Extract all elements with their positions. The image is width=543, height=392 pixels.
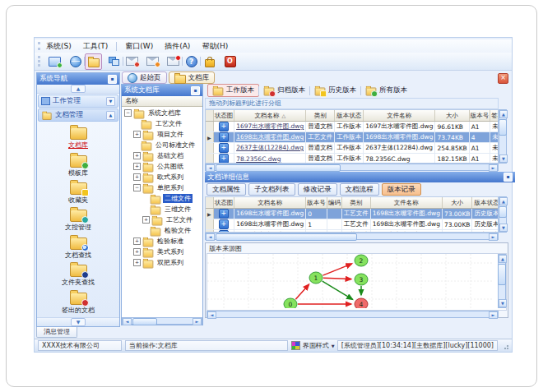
scroll-left-icon[interactable]: ◄ bbox=[206, 164, 215, 172]
column-header-4[interactable]: 类别 bbox=[341, 197, 370, 209]
chevron-up-icon[interactable]: ▲ bbox=[71, 85, 86, 93]
expander-icon[interactable]: + bbox=[133, 152, 141, 159]
table-row-1[interactable]: 1698出水嘴零件图.dwg1工艺文件1698出水嘴零件图.dwg73.00KB… bbox=[206, 219, 499, 230]
windows-button[interactable] bbox=[105, 53, 123, 70]
scroll-down-icon[interactable]: ▼ bbox=[499, 224, 508, 232]
globe-button[interactable] bbox=[67, 53, 84, 70]
scroll-up-icon[interactable]: ▲ bbox=[499, 255, 507, 263]
scroll-left-icon[interactable]: ◄ bbox=[207, 311, 216, 319]
mail-red-button[interactable] bbox=[123, 53, 141, 70]
expander-icon[interactable]: + bbox=[133, 238, 141, 245]
sidebar-item-4[interactable]: 文档查找 bbox=[65, 234, 91, 260]
tree-node-4[interactable]: +基础文档 bbox=[122, 150, 202, 161]
pin-icon[interactable]: ▪ bbox=[504, 173, 513, 182]
column-header-6[interactable]: 版本号 bbox=[469, 110, 490, 122]
menu-item-0[interactable]: 系统(S) bbox=[46, 41, 72, 52]
message-panel-tab[interactable]: 消息管理 bbox=[36, 327, 77, 338]
mail-alert-button[interactable] bbox=[165, 53, 182, 70]
expander-icon[interactable]: + bbox=[133, 259, 141, 266]
expander-icon[interactable]: + bbox=[142, 216, 150, 224]
version-button-1[interactable]: 归档版本 bbox=[258, 84, 310, 97]
graph-v-scrollbar[interactable]: ▲ ▼ bbox=[498, 254, 506, 308]
tree-node-6[interactable]: +欧式系列 bbox=[122, 172, 202, 182]
column-header-1[interactable]: 文档名称 bbox=[234, 197, 306, 209]
version-button-3[interactable]: 所有版本 bbox=[360, 84, 412, 97]
document-link[interactable]: 1698出水嘴零件图.dwg bbox=[236, 133, 304, 141]
tree-node-5[interactable]: +公共图纸 bbox=[122, 161, 202, 172]
expander-icon[interactable]: + bbox=[133, 173, 141, 181]
graph-h-scrollbar[interactable]: ◄ ► bbox=[207, 311, 499, 318]
scroll-down-icon[interactable]: ▼ bbox=[499, 299, 507, 307]
scroll-thumb[interactable] bbox=[216, 164, 341, 172]
sidebar-item-2[interactable]: 收藏夹 bbox=[68, 179, 88, 205]
column-header-5[interactable]: 文件名称 bbox=[370, 197, 442, 209]
column-header-3[interactable]: 编码 bbox=[327, 197, 341, 209]
table-row-2[interactable]: 2637主体(12284).dwg普通文档工作版本2637主体(12284).d… bbox=[206, 143, 499, 154]
document-link[interactable]: 2637主体(12284).dwg bbox=[236, 144, 304, 151]
expander-icon[interactable]: + bbox=[133, 163, 141, 170]
tree-node-12[interactable]: +检验标准 bbox=[122, 236, 202, 247]
sidebar-item-1[interactable]: 模板库 bbox=[68, 152, 88, 178]
scroll-right-icon[interactable]: ► bbox=[489, 311, 498, 319]
detail-tab-2[interactable]: 修改记录 bbox=[298, 183, 337, 196]
scroll-right-icon[interactable]: ► bbox=[489, 233, 498, 241]
menu-item-1[interactable]: 工具(T) bbox=[83, 41, 109, 52]
scroll-down-icon[interactable]: ▼ bbox=[499, 154, 508, 163]
display-button[interactable] bbox=[46, 53, 63, 70]
detail-tab-4[interactable]: 版本记录 bbox=[382, 183, 421, 196]
column-header-6[interactable]: 大小 bbox=[442, 197, 472, 209]
expander-icon[interactable]: − bbox=[133, 184, 141, 191]
scroll-right-icon[interactable]: ► bbox=[489, 164, 498, 172]
column-header-0[interactable]: 状态图 bbox=[213, 110, 234, 122]
detail-tab-0[interactable]: 文档属性 bbox=[207, 183, 246, 196]
interface-style-label[interactable]: 界面样式 bbox=[303, 341, 329, 350]
tree-node-14[interactable]: +双把系列 bbox=[122, 257, 202, 268]
scroll-left-icon[interactable]: ◄ bbox=[206, 233, 215, 241]
resize-grip[interactable] bbox=[502, 343, 508, 349]
menu-item-4[interactable]: 帮助(H) bbox=[202, 41, 228, 52]
sidebar-group-work[interactable]: 工作管理 ▼ bbox=[38, 95, 118, 108]
column-header-2[interactable]: 版本号 bbox=[306, 197, 327, 209]
detail-tab-1[interactable]: 子文档列表 bbox=[248, 183, 295, 196]
column-header-4[interactable]: 文件名称 bbox=[364, 110, 435, 122]
column-header-0[interactable]: 状态图 bbox=[213, 197, 234, 209]
document-grid-v-scrollbar[interactable]: ▲ ▼ bbox=[499, 109, 507, 164]
chevron-down-icon[interactable]: ▼ bbox=[332, 344, 335, 348]
scroll-thumb[interactable] bbox=[132, 318, 157, 325]
scroll-thumb[interactable] bbox=[499, 119, 507, 136]
sidebar-group-doc[interactable]: 文档管理 ▲ bbox=[38, 108, 118, 122]
version-button-0[interactable]: 工作版本 bbox=[207, 84, 259, 97]
document-link[interactable]: 1697出水嘴零件图.dwg bbox=[236, 122, 304, 130]
sidebar-item-5[interactable]: 文件夹查找 bbox=[62, 261, 95, 287]
tree-h-scrollbar[interactable]: ◄ ► bbox=[122, 317, 202, 325]
version-grid-v-scrollbar[interactable]: ▲ ▼ bbox=[499, 196, 507, 233]
expander-icon[interactable]: + bbox=[133, 248, 141, 256]
menu-item-2[interactable]: 窗口(W) bbox=[125, 41, 153, 52]
table-row-1[interactable]: ▶1698出水嘴零件图.dwg工艺文件工作版本1698出水嘴零件图.dwg73.… bbox=[206, 132, 499, 143]
tree-node-0[interactable]: −系统文档库 bbox=[122, 108, 202, 118]
version-button-2[interactable]: 历史版本 bbox=[309, 84, 361, 97]
scroll-left-icon[interactable]: ◄ bbox=[123, 318, 132, 325]
expander-icon[interactable]: + bbox=[133, 131, 141, 138]
tree-node-11[interactable]: 检验文件 bbox=[122, 225, 202, 236]
tree-node-13[interactable]: +美式系列 bbox=[122, 247, 202, 257]
mail-orange-button[interactable] bbox=[144, 53, 161, 70]
column-header-5[interactable]: 大小 bbox=[435, 110, 469, 122]
scroll-up-icon[interactable]: ▲ bbox=[499, 110, 508, 118]
table-row-0[interactable]: 1697出水嘴零件图.dwg普通文档工作版本1697出水嘴零件图.dwg96.6… bbox=[206, 122, 499, 132]
pin-icon[interactable]: ▪ bbox=[108, 75, 117, 84]
scroll-thumb[interactable] bbox=[216, 233, 357, 241]
detail-tab-3[interactable]: 文档流程 bbox=[340, 183, 379, 196]
document-grid-h-scrollbar[interactable]: ◄ ► bbox=[205, 164, 499, 171]
table-row-3[interactable]: 78.2356C.dwg普通文档工作版本78.2356C.dwg182.15KB… bbox=[206, 154, 499, 164]
sidebar-item-6[interactable]: 签出的文档 bbox=[62, 289, 95, 315]
chevron-up-icon[interactable]: ▲ bbox=[106, 111, 115, 120]
tree-column-header[interactable]: 名称 bbox=[122, 96, 202, 107]
column-header-2[interactable]: 类别 bbox=[306, 110, 335, 122]
version-grid-h-scrollbar[interactable]: ◄ ► bbox=[205, 233, 499, 240]
tree-node-2[interactable]: +项目文件 bbox=[122, 129, 202, 140]
column-header-7[interactable]: 版本状态 bbox=[472, 197, 499, 209]
tree-node-9[interactable]: 三维文件 bbox=[122, 204, 202, 214]
tree-node-8[interactable]: 二维文件 bbox=[122, 193, 202, 204]
scroll-thumb[interactable] bbox=[499, 206, 507, 218]
